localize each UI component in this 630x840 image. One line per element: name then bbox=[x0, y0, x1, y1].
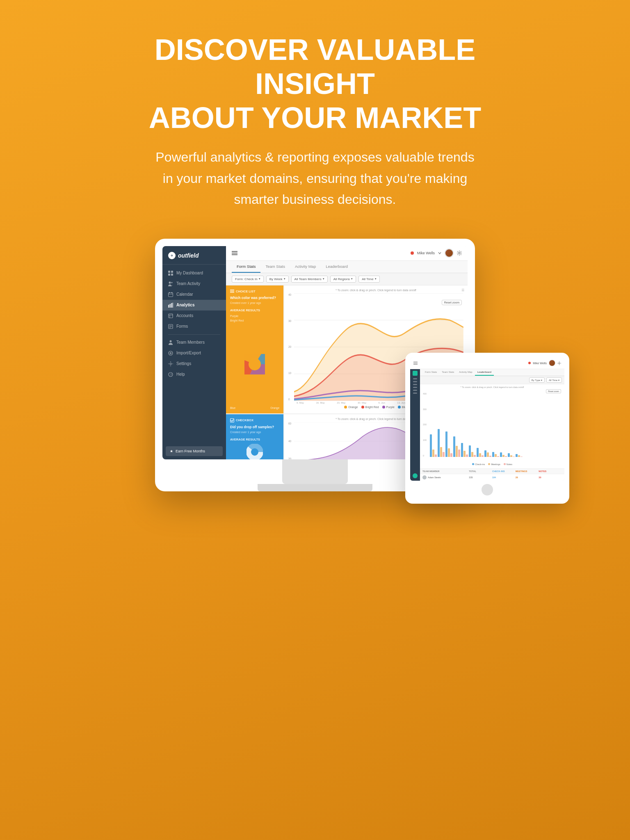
bar-meeting-2 bbox=[440, 447, 442, 457]
legend-orange[interactable]: Orange bbox=[344, 406, 358, 409]
tablet-tab-leaderboard[interactable]: Leaderboard bbox=[475, 369, 494, 376]
checkbox-label: CHECKBOX bbox=[230, 418, 279, 422]
bar-checkin-10 bbox=[500, 452, 502, 457]
row-total: 335 bbox=[469, 476, 492, 479]
tab-form-stats[interactable]: Form Stats bbox=[232, 261, 260, 273]
tablet-tab-form-stats[interactable]: Form Stats bbox=[422, 369, 439, 376]
row-notes: 30 bbox=[539, 476, 562, 479]
reset-zoom-button[interactable]: Reset zoom bbox=[442, 300, 462, 305]
bar-notes-11 bbox=[513, 457, 515, 457]
sidebar-item-dashboard[interactable]: My Dashboard bbox=[162, 268, 226, 278]
earn-free-months-button[interactable]: ★ Earn Free Months bbox=[166, 446, 223, 456]
chart-menu-icon[interactable]: ≡ bbox=[461, 287, 464, 293]
legend-label-red: Bright Red bbox=[365, 406, 379, 409]
svg-rect-12 bbox=[171, 303, 172, 308]
tablet-y-0: 0 bbox=[423, 454, 427, 457]
bar-meeting-7 bbox=[479, 453, 481, 457]
bar-meeting-9 bbox=[495, 454, 497, 457]
svg-rect-11 bbox=[170, 304, 171, 308]
header-team-member: TEAM MEMBER bbox=[422, 470, 469, 472]
sidebar-item-analytics[interactable]: Analytics bbox=[162, 300, 226, 310]
sidebar-item-help[interactable]: ? Help bbox=[162, 369, 226, 380]
sidebar-label-settings: Settings bbox=[176, 361, 191, 366]
svg-rect-2 bbox=[168, 274, 170, 276]
bar-checkin-5 bbox=[461, 443, 463, 457]
bar-meeting-1 bbox=[432, 450, 434, 457]
tablet-content: * To zoom: click & drag or pinch. Click … bbox=[420, 384, 564, 468]
legend-dot-orange bbox=[344, 406, 347, 409]
filter-week[interactable]: By Week ▾ bbox=[266, 276, 289, 283]
bar-checkin-4 bbox=[453, 436, 455, 457]
header-notes: NOTES bbox=[539, 470, 562, 472]
tablet-y-200: 200 bbox=[423, 423, 427, 426]
sidebar-logo: o outfield bbox=[162, 246, 226, 265]
svg-rect-3 bbox=[171, 274, 173, 276]
tablet-hamburger[interactable] bbox=[413, 362, 418, 365]
sidebar-item-accounts[interactable]: Accounts bbox=[162, 310, 226, 321]
second-y-20: 20 bbox=[288, 457, 291, 459]
row-meetings: 26 bbox=[516, 476, 539, 479]
bar-group-6 bbox=[469, 445, 476, 457]
tablet-y-100: 100 bbox=[423, 439, 427, 441]
tablet-dot-meetings bbox=[488, 463, 490, 465]
top-bar: Mike Wells bbox=[226, 246, 468, 261]
bar-notes-9 bbox=[497, 456, 499, 457]
tablet-sidebar-dot-3 bbox=[413, 381, 417, 382]
tablet-legend-meetings[interactable]: Meetings bbox=[488, 463, 500, 466]
svg-rect-10 bbox=[168, 305, 169, 308]
tablet-chart-hint: * To zoom: click & drag or pinch. Click … bbox=[422, 386, 562, 388]
tablet-tab-activity-map[interactable]: Activity Map bbox=[457, 369, 475, 376]
tablet-filter-type[interactable]: By Type ▾ bbox=[529, 377, 545, 383]
sidebar-item-team-members[interactable]: Team Members bbox=[162, 337, 226, 348]
sidebar-item-settings[interactable]: Settings bbox=[162, 358, 226, 369]
user-avatar[interactable] bbox=[445, 249, 454, 258]
tab-leaderboard[interactable]: Leaderboard bbox=[321, 261, 353, 273]
svg-point-36 bbox=[249, 358, 261, 370]
filter-members[interactable]: All Team Members ▾ bbox=[291, 276, 328, 283]
choice-list-created: Created over 1 year ago bbox=[230, 301, 279, 304]
header-checkins: CHECK-INS bbox=[492, 470, 516, 472]
sidebar-item-forms[interactable]: Forms bbox=[162, 321, 226, 332]
bar-group-12 bbox=[516, 454, 523, 457]
sidebar-item-import[interactable]: Import/Export bbox=[162, 348, 226, 358]
user-name: Mike Wells bbox=[417, 251, 435, 255]
legend-purple[interactable]: Purple bbox=[382, 406, 395, 409]
tablet-filter-bar: By Type ▾ All Time ▾ bbox=[420, 376, 564, 384]
sidebar-item-calendar[interactable]: Calendar bbox=[162, 289, 226, 300]
tablet-gear-icon[interactable] bbox=[557, 361, 561, 365]
tablet-sidebar bbox=[410, 369, 420, 481]
tablet-legend-notes[interactable]: Notes bbox=[504, 463, 512, 466]
bar-notes-8 bbox=[489, 456, 491, 457]
svg-point-28 bbox=[459, 252, 460, 254]
tablet-notification-dot bbox=[528, 362, 531, 364]
filter-time[interactable]: All Time ▾ bbox=[358, 276, 379, 283]
tablet-user-area: Mike Wells bbox=[528, 360, 561, 366]
gear-icon[interactable] bbox=[457, 251, 462, 256]
legend-bright-red[interactable]: Bright Red bbox=[361, 406, 379, 409]
bar-checkin-7 bbox=[477, 448, 479, 457]
filter-regions[interactable]: All Regions ▾ bbox=[330, 276, 356, 283]
filter-form[interactable]: Form: Check In ▾ bbox=[232, 276, 264, 283]
tablet-app: Form Stats Team Stats Activity Map Leade… bbox=[410, 369, 564, 481]
hero-title: DISCOVER VALUABLE INSIGHT ABOUT YOUR MAR… bbox=[130, 33, 500, 135]
bar-meeting-6 bbox=[471, 452, 473, 457]
chevron-down-icon bbox=[438, 251, 441, 255]
svg-rect-29 bbox=[230, 290, 234, 290]
tablet-tab-team-stats[interactable]: Team Stats bbox=[439, 369, 457, 376]
tablet-sidebar-dot-6 bbox=[413, 390, 417, 391]
bar-group-11 bbox=[508, 453, 515, 457]
tablet-sidebar-dot-5 bbox=[413, 387, 417, 388]
tab-team-stats[interactable]: Team Stats bbox=[260, 261, 290, 273]
checkbox-avg: AVERAGE RESULTS bbox=[230, 438, 279, 441]
tablet-y-axis: 400 300 200 100 0 bbox=[423, 393, 427, 457]
tablet-filter-time[interactable]: All Time ▾ bbox=[546, 377, 562, 383]
sidebar-label-accounts: Accounts bbox=[176, 313, 193, 318]
hero-title-line1: DISCOVER VALUABLE INSIGHT bbox=[155, 33, 476, 100]
hero-title-line2: ABOUT YOUR MARKET bbox=[149, 101, 482, 134]
sidebar-item-activity[interactable]: Team Activity bbox=[162, 278, 226, 289]
tablet-reset-zoom[interactable]: Reset zoom bbox=[546, 389, 561, 393]
tab-activity-map[interactable]: Activity Map bbox=[290, 261, 321, 273]
tablet-home-button[interactable] bbox=[482, 484, 493, 495]
hamburger-menu[interactable] bbox=[232, 251, 237, 255]
tablet-legend-checkins[interactable]: Check-ins bbox=[472, 463, 485, 466]
